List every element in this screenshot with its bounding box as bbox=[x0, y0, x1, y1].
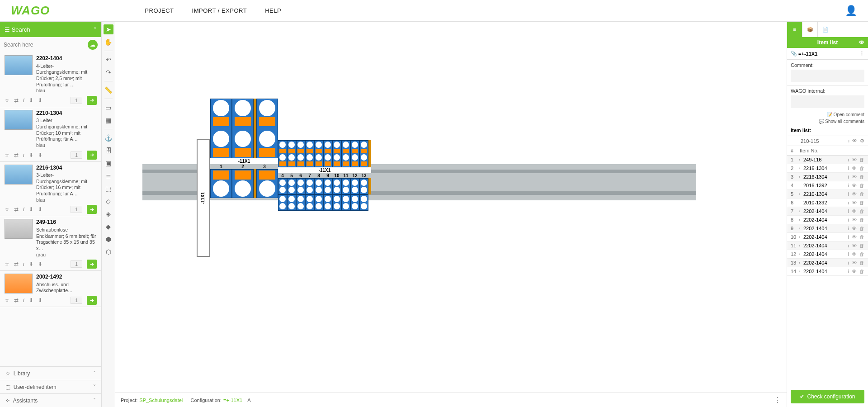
itemlist-row[interactable]: 12 › 2202-1404 i 👁 🗑 bbox=[787, 250, 868, 259]
info-icon[interactable]: i bbox=[848, 226, 849, 231]
tab-document[interactable]: 📄 bbox=[818, 22, 833, 37]
info-icon[interactable]: i bbox=[849, 138, 849, 144]
terminal-block-large[interactable] bbox=[210, 99, 232, 158]
qty-input[interactable]: 1 bbox=[71, 206, 82, 213]
eye-icon[interactable]: 👁 bbox=[852, 174, 857, 180]
catalog-item[interactable]: 2216-1304 3-Leiter-Durchgangsklemme; mit… bbox=[0, 162, 101, 217]
qty-input[interactable]: 1 bbox=[71, 260, 82, 268]
download2-icon[interactable]: ⬇ bbox=[38, 261, 42, 267]
itemlist-row[interactable]: 1 › 249-116 i 👁 🗑 bbox=[787, 156, 868, 164]
terminal-block-small[interactable] bbox=[314, 178, 323, 194]
terminal-block-small[interactable] bbox=[296, 140, 305, 167]
itemlist-row[interactable]: 8 › 2202-1404 i 👁 🗑 bbox=[787, 216, 868, 224]
terminal-block-small[interactable] bbox=[350, 194, 359, 211]
internal-input[interactable] bbox=[791, 95, 864, 108]
itemlist-row[interactable]: 11 › 2202-1404 i 👁 🗑 bbox=[787, 241, 868, 250]
eye-icon[interactable]: 👁 bbox=[852, 138, 857, 144]
download-icon[interactable]: ⬇ bbox=[29, 97, 33, 104]
delete-icon[interactable]: 🗑 bbox=[859, 157, 864, 162]
eye-icon[interactable]: 👁 bbox=[852, 260, 857, 265]
add-button[interactable]: ➜ bbox=[87, 296, 97, 305]
eye-icon[interactable]: 👁 bbox=[852, 217, 857, 222]
cube2-icon[interactable]: ◇ bbox=[104, 196, 113, 206]
gear-icon[interactable]: ⚙ bbox=[860, 138, 864, 144]
undo-icon[interactable]: ↶ bbox=[104, 55, 113, 65]
catalog-item[interactable]: 2202-1404 4-Leiter-Durchgangsklemme; mit… bbox=[0, 52, 101, 107]
terminal-block-small[interactable] bbox=[305, 178, 314, 194]
menu-project[interactable]: PROJECT bbox=[145, 7, 174, 14]
eye-icon[interactable]: 👁 bbox=[852, 200, 857, 205]
add-button[interactable]: ➜ bbox=[87, 260, 97, 269]
delete-icon[interactable]: 🗑 bbox=[859, 208, 864, 214]
delete-icon[interactable]: 🗑 bbox=[859, 183, 864, 188]
expand-icon[interactable]: › bbox=[799, 226, 803, 231]
terminal-block-small[interactable] bbox=[359, 194, 368, 211]
terminal-block-large[interactable] bbox=[256, 99, 278, 158]
terminal-block-small[interactable] bbox=[332, 140, 341, 167]
info-icon[interactable]: i bbox=[848, 251, 849, 257]
show-all-comments-link[interactable]: 💬 Show all comments bbox=[819, 119, 864, 124]
itemlist-row[interactable]: 10 › 2202-1404 i 👁 🗑 bbox=[787, 233, 868, 241]
terminal-assembly[interactable]: -11X1 -11X1123 -11X145678910111213 bbox=[197, 99, 371, 257]
terminal-block-small[interactable] bbox=[296, 194, 305, 211]
tab-package[interactable]: 📦 bbox=[802, 22, 818, 37]
itemlist-row[interactable]: 13 › 2202-1404 i 👁 🗑 bbox=[787, 259, 868, 267]
terminal-block-small[interactable] bbox=[323, 140, 332, 167]
expand-icon[interactable]: › bbox=[799, 209, 803, 213]
delete-icon[interactable]: 🗑 bbox=[859, 234, 864, 240]
cube1-icon[interactable]: ⬚ bbox=[104, 184, 113, 194]
eye-icon[interactable]: 👁 bbox=[852, 251, 857, 257]
terminal-block-small[interactable] bbox=[341, 140, 350, 167]
grid-icon[interactable]: ▦ bbox=[104, 115, 113, 125]
end-plate[interactable]: -11X1 bbox=[197, 139, 210, 257]
download-icon[interactable]: ⬇ bbox=[29, 152, 33, 158]
catalog-item[interactable]: 2210-1304 3-Leiter-Durchgangsklemme; mit… bbox=[0, 107, 101, 162]
delete-icon[interactable]: 🗑 bbox=[859, 166, 864, 171]
eye-icon[interactable]: 👁 bbox=[852, 157, 857, 162]
itemlist-row[interactable]: 4 2016-1392 i 👁 🗑 bbox=[787, 181, 868, 190]
info-icon[interactable]: i bbox=[23, 261, 24, 267]
expand-icon[interactable]: › bbox=[799, 269, 803, 274]
expand-icon[interactable]: › bbox=[799, 260, 803, 265]
info-icon[interactable]: i bbox=[848, 200, 849, 205]
canvas[interactable]: -11X1 -11X1123 -11X145678910111213 bbox=[115, 22, 787, 393]
info-icon[interactable]: i bbox=[848, 191, 849, 197]
info-icon[interactable]: i bbox=[848, 183, 849, 188]
terminal-block-small[interactable] bbox=[287, 194, 296, 211]
eye-icon[interactable]: 👁 bbox=[852, 234, 857, 240]
status-more-icon[interactable]: ⋮ bbox=[774, 396, 781, 404]
catalog-item[interactable]: 2002-1492 Abschluss- und Zwischenplatte…… bbox=[0, 271, 101, 307]
info-icon[interactable]: i bbox=[848, 234, 849, 240]
terminal-block-small[interactable] bbox=[305, 194, 314, 211]
delete-icon[interactable]: 🗑 bbox=[859, 191, 864, 197]
info-icon[interactable]: i bbox=[848, 174, 849, 180]
open-comment-link[interactable]: 📝 Open comment bbox=[827, 112, 864, 117]
comment-input[interactable] bbox=[791, 70, 864, 82]
search-input[interactable] bbox=[4, 42, 85, 48]
eye-icon[interactable]: 👁 bbox=[852, 269, 857, 274]
expand-icon[interactable]: › bbox=[799, 175, 803, 179]
info-icon[interactable]: i bbox=[848, 157, 849, 162]
eye-icon[interactable]: 👁 bbox=[852, 243, 857, 248]
expand-icon[interactable]: › bbox=[799, 235, 803, 239]
expand-icon[interactable]: › bbox=[799, 252, 803, 256]
eye-icon[interactable]: 👁 bbox=[852, 166, 857, 171]
download2-icon[interactable]: ⬇ bbox=[38, 97, 42, 104]
expand-icon[interactable]: › bbox=[799, 166, 803, 170]
status-project-value[interactable]: SP_Schulungsdatei bbox=[139, 398, 183, 403]
info-icon[interactable]: i bbox=[848, 243, 849, 248]
terminal-block-small[interactable] bbox=[287, 140, 296, 167]
info-icon[interactable]: i bbox=[848, 208, 849, 214]
expand-icon[interactable]: › bbox=[799, 243, 803, 248]
anchor-icon[interactable]: ⚓ bbox=[104, 133, 113, 143]
tab-itemlist[interactable]: ≡ bbox=[787, 22, 802, 37]
menu-import-export[interactable]: IMPORT / EXPORT bbox=[192, 7, 247, 14]
check-configuration-button[interactable]: ✔ Check configuration bbox=[791, 390, 864, 403]
catalog-item[interactable]: 249-116 Schraubenlose Endklammer; 6 mm b… bbox=[0, 216, 101, 271]
redo-icon[interactable]: ↷ bbox=[104, 67, 113, 77]
ruler-icon[interactable]: 📏 bbox=[104, 85, 113, 95]
delete-icon[interactable]: 🗑 bbox=[859, 200, 864, 205]
download2-icon[interactable]: ⬇ bbox=[38, 206, 42, 213]
delete-icon[interactable]: 🗑 bbox=[859, 251, 864, 257]
compare-icon[interactable]: ⇄ bbox=[14, 297, 19, 303]
